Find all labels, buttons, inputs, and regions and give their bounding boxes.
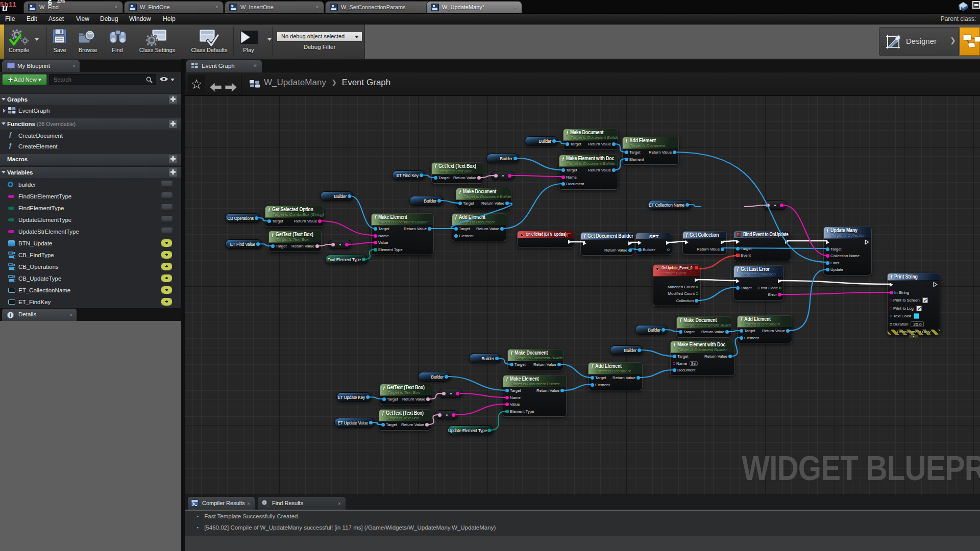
svg-text:i: i [10, 312, 11, 318]
